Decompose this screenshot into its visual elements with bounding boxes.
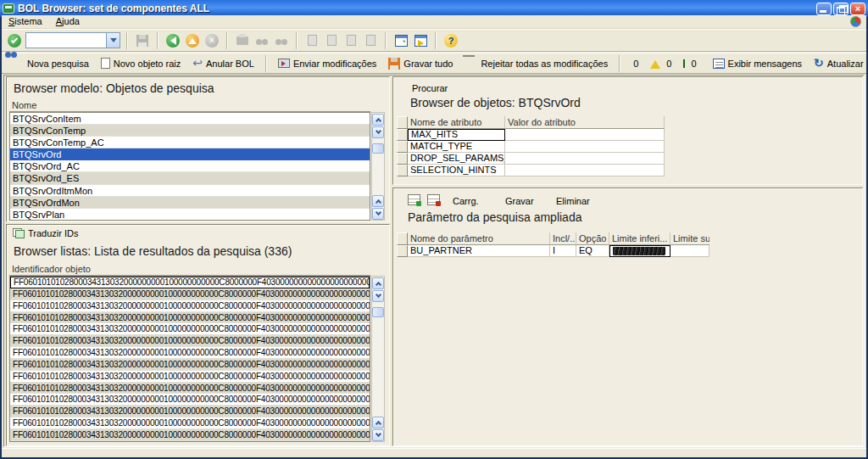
attr-name-cell[interactable]: MAX_HITS xyxy=(408,129,505,141)
attr-value-column-header[interactable]: Valor do atributo xyxy=(505,116,665,129)
list-item[interactable]: FF06010101028000343130320000000001000000… xyxy=(10,383,370,395)
last-page-button[interactable] xyxy=(362,32,379,48)
list-item[interactable]: FF06010101028000343130320000000001000000… xyxy=(10,335,370,347)
scroll-up-button[interactable] xyxy=(372,114,384,126)
list-item[interactable]: FF06010101028000343130320000000001000000… xyxy=(10,429,370,441)
param-lower-limit-cell[interactable] xyxy=(609,245,670,257)
command-dropdown-button[interactable] xyxy=(106,33,120,48)
minimize-button[interactable] xyxy=(816,3,832,15)
menu-ajuda[interactable]: Ajuda xyxy=(54,15,85,28)
list-item[interactable]: BTQSrvConTemp xyxy=(10,125,370,137)
list-item[interactable]: FF06010101028000343130320000000001000000… xyxy=(10,359,370,371)
list-item[interactable]: FF06010101028000343130320000000001000000… xyxy=(10,406,370,417)
save-button[interactable] xyxy=(134,32,151,48)
save-params-button[interactable]: Gravar xyxy=(505,196,534,206)
command-input[interactable] xyxy=(26,33,106,48)
list-item[interactable]: FF06010101028000343130320000000001000000… xyxy=(10,300,370,312)
previous-page-button[interactable] xyxy=(323,32,340,48)
param-incl-column-header[interactable]: Incl/... xyxy=(550,232,576,245)
param-incl-cell[interactable]: I xyxy=(550,245,576,257)
menu-sistema[interactable]: Sistema xyxy=(7,15,47,28)
list-item[interactable]: FF06010101028000343130320000000001000000… xyxy=(10,417,370,429)
list-item[interactable]: BTQSrvConTemp_AC xyxy=(10,137,370,148)
param-name-column-header[interactable]: Nome do parâmetro xyxy=(408,232,550,245)
attr-value-cell[interactable] xyxy=(505,141,665,153)
scroll-down-button[interactable] xyxy=(372,429,384,441)
load-button[interactable]: Carrg. xyxy=(453,196,479,206)
delete-row-icon[interactable] xyxy=(427,194,440,205)
create-shortcut-button[interactable] xyxy=(412,32,429,48)
list-item[interactable]: BTQSrvOrdItmMon xyxy=(10,185,370,197)
list-item[interactable]: BTQSrvOrdMon xyxy=(10,197,370,209)
attr-value-cell[interactable] xyxy=(505,129,665,141)
list-item[interactable]: FF06010101028000343130320000000001000000… xyxy=(10,347,370,359)
translate-ids-button[interactable]: Traduzir IDs xyxy=(13,228,79,238)
result-list-scrollbar[interactable] xyxy=(371,276,385,442)
command-field[interactable] xyxy=(25,32,120,48)
list-item[interactable]: BTQSrvConItem xyxy=(10,113,370,125)
attr-name-cell[interactable]: SELECTION_HINTS xyxy=(408,165,505,176)
reject-all-changes-button[interactable]: Rejeitar todas as modificações xyxy=(460,56,612,71)
list-item[interactable]: BTQSrvOrd xyxy=(10,148,370,160)
param-option-column-header[interactable]: Opção xyxy=(576,232,609,245)
param-row-selector[interactable] xyxy=(397,245,408,257)
param-name-cell[interactable]: BU_PARTNER xyxy=(408,245,550,257)
list-item[interactable]: FF06010101028000343130320000000001000000… xyxy=(10,312,370,324)
first-page-button[interactable] xyxy=(303,32,320,48)
attr-name-cell[interactable]: MATCH_TYPE xyxy=(408,141,505,153)
find-next-button[interactable] xyxy=(273,32,290,48)
param-upper-limit-cell[interactable] xyxy=(670,245,709,257)
insert-row-icon[interactable] xyxy=(408,194,420,205)
param-upper-column-header[interactable]: Limite supe... xyxy=(670,232,709,245)
find-button[interactable] xyxy=(253,32,270,48)
cancel-button[interactable]: × xyxy=(203,32,220,48)
scroll-down-button[interactable] xyxy=(372,290,384,302)
send-changes-button[interactable]: Enviar modificações xyxy=(274,57,381,70)
param-option-cell[interactable]: EQ xyxy=(576,245,609,257)
attr-name-cell[interactable]: DROP_SEL_PARAMS_ALLO xyxy=(408,153,505,165)
list-item[interactable]: BTQSrvOrd_AC xyxy=(10,160,370,172)
attr-name-column-header[interactable]: Nome de atributo xyxy=(408,116,505,129)
row-selector[interactable] xyxy=(397,141,408,153)
row-selector[interactable] xyxy=(397,153,408,165)
params-header-row-selector[interactable] xyxy=(397,232,408,245)
list-item[interactable]: FF06010101028000343130320000000001000000… xyxy=(10,371,370,383)
new-session-button[interactable]: * xyxy=(392,32,409,48)
show-messages-button[interactable]: Exibir mensagens xyxy=(709,57,806,70)
scrollbar-thumb[interactable] xyxy=(372,143,384,154)
back-button[interactable] xyxy=(164,32,181,48)
scroll-down-button[interactable] xyxy=(372,126,384,138)
header-row-selector[interactable] xyxy=(397,116,408,129)
scroll-up-button[interactable] xyxy=(372,195,384,207)
help-button[interactable]: ? xyxy=(442,32,459,48)
list-item[interactable]: FF06010101028000343130320000000001000000… xyxy=(10,394,370,406)
param-lower-column-header[interactable]: Limite inferi... xyxy=(609,232,670,245)
procurar-button[interactable]: Procurar xyxy=(412,83,448,93)
scroll-up-button[interactable] xyxy=(372,277,384,289)
scrollbar-thumb[interactable] xyxy=(372,307,384,317)
exit-button[interactable] xyxy=(184,32,201,48)
next-page-button[interactable] xyxy=(342,32,359,48)
new-search-button[interactable]: Nova pesquisa xyxy=(7,56,93,71)
restore-button[interactable] xyxy=(833,3,849,15)
delete-params-button[interactable]: Eliminar xyxy=(556,196,590,206)
print-button[interactable] xyxy=(234,32,251,48)
refresh-button[interactable]: ↻ Atualizar xyxy=(810,56,868,70)
close-button[interactable]: × xyxy=(850,3,865,15)
scroll-down-button[interactable] xyxy=(372,208,384,220)
list-item[interactable]: BTQSrvPlan xyxy=(10,209,370,221)
model-list-scrollbar[interactable] xyxy=(371,112,385,221)
row-selector[interactable] xyxy=(397,129,408,141)
list-item[interactable]: FF06010101028000343130320000000001000000… xyxy=(10,323,370,335)
list-item[interactable]: FF06010101028000343130320000000001000000… xyxy=(10,288,370,300)
attr-value-cell[interactable] xyxy=(505,153,665,165)
list-item[interactable]: BTQSrvOrd_ES xyxy=(10,172,370,184)
scroll-up-button[interactable] xyxy=(372,417,384,428)
attr-value-cell[interactable] xyxy=(505,165,665,176)
row-selector[interactable] xyxy=(397,165,408,176)
undo-bol-button[interactable]: ↩ Anular BOL xyxy=(188,56,259,70)
enter-button[interactable] xyxy=(6,32,23,48)
new-root-object-button[interactable]: Novo objeto raiz xyxy=(97,56,186,70)
save-all-button[interactable]: Gravar tudo xyxy=(384,56,457,71)
list-item[interactable]: FF06010101028000343130320000000001000000… xyxy=(10,277,370,288)
